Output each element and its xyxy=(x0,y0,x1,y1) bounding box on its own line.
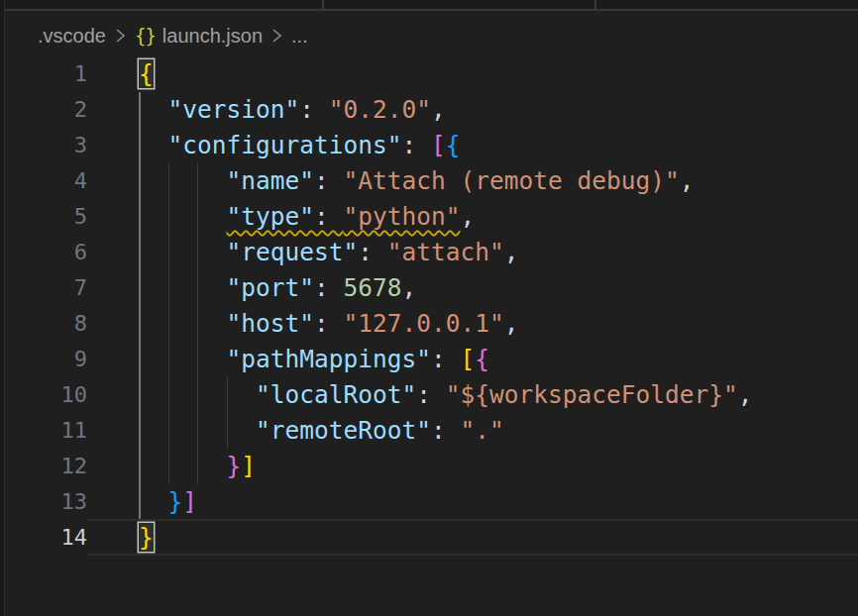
code-token: "pathMappings" xyxy=(227,345,432,373)
breadcrumb-more[interactable]: ... xyxy=(291,25,308,48)
code-token: "host" xyxy=(227,309,315,338)
json-file-icon: {} xyxy=(135,25,156,47)
warning-squiggle: "type": "python" xyxy=(227,202,461,231)
code-token xyxy=(139,416,256,445)
code-token: : xyxy=(299,95,329,124)
code-line[interactable]: "name": "Attach (remote debug)", xyxy=(139,163,695,199)
code-token xyxy=(139,380,256,409)
code-token: [ xyxy=(431,131,446,159)
code-token xyxy=(139,309,227,338)
tab-separator xyxy=(594,0,596,9)
line-number[interactable]: 13 xyxy=(0,484,87,520)
panel-divider xyxy=(4,0,5,616)
code-token: ] xyxy=(182,487,197,516)
code-line[interactable]: "host": "127.0.0.1", xyxy=(139,306,519,342)
code-token xyxy=(139,487,168,516)
breadcrumb: .vscode {} launch.json ... xyxy=(38,22,308,50)
matched-bracket: { xyxy=(139,59,154,88)
line-number[interactable]: 14 xyxy=(0,520,87,556)
code-token: : xyxy=(314,166,344,195)
breadcrumb-folder[interactable]: .vscode xyxy=(38,25,106,48)
line-number[interactable]: 4 xyxy=(0,163,87,199)
code-token: } xyxy=(227,452,242,480)
code-token: , xyxy=(461,202,476,231)
line-number[interactable]: 12 xyxy=(0,449,87,484)
current-line-border-top xyxy=(87,519,858,521)
code-token xyxy=(139,166,227,195)
code-token xyxy=(139,202,227,231)
line-number[interactable]: 3 xyxy=(0,128,87,163)
code-token: "0.2.0" xyxy=(329,95,431,124)
code-token: : xyxy=(416,380,446,409)
breadcrumb-file[interactable]: launch.json xyxy=(162,25,263,48)
code-token: "Attach (remote debug)" xyxy=(344,166,680,195)
code-token: : xyxy=(314,273,344,302)
code-token xyxy=(139,95,168,124)
tab-separator xyxy=(322,0,324,9)
code-line[interactable]: { xyxy=(139,56,154,92)
code-token: : xyxy=(431,416,461,445)
code-line[interactable]: "type": "python", xyxy=(139,199,475,235)
code-token: "configurations" xyxy=(168,131,402,159)
code-line[interactable]: "configurations": [{ xyxy=(139,128,461,163)
code-token: "type" xyxy=(227,202,315,231)
vscode-editor-window: .vscode {} launch.json ... 1234567891011… xyxy=(0,0,858,616)
code-token: "attach" xyxy=(387,238,504,266)
code-line[interactable]: "request": "attach", xyxy=(139,235,519,270)
code-token: : xyxy=(314,309,344,338)
code-token: "remoteRoot" xyxy=(256,416,431,445)
code-token: , xyxy=(738,380,753,409)
code-token: : xyxy=(358,238,387,266)
tab-bar xyxy=(0,0,858,9)
code-token: : xyxy=(431,345,461,373)
line-number[interactable]: 6 xyxy=(0,235,87,270)
code-token xyxy=(139,452,227,480)
code-token: "name" xyxy=(227,166,315,195)
code-token: ] xyxy=(241,452,256,480)
line-number[interactable]: 11 xyxy=(0,413,87,449)
code-token: "version" xyxy=(168,95,300,124)
code-line[interactable]: }] xyxy=(139,484,197,520)
code-token: , xyxy=(680,166,695,195)
matched-bracket: } xyxy=(139,523,154,552)
line-number[interactable]: 8 xyxy=(0,306,87,342)
code-token: , xyxy=(504,238,519,266)
code-line[interactable]: "port": 5678, xyxy=(139,270,416,306)
code-token: "${workspaceFolder}" xyxy=(446,380,738,409)
code-token xyxy=(139,238,227,266)
code-token: } xyxy=(168,487,183,516)
code-token: : xyxy=(402,131,432,159)
code-line[interactable]: "localRoot": "${workspaceFolder}", xyxy=(139,377,753,413)
line-number[interactable]: 10 xyxy=(0,377,87,413)
code-line[interactable]: } xyxy=(139,520,154,556)
code-token: "port" xyxy=(227,273,315,302)
chevron-right-icon xyxy=(271,27,282,45)
code-token: 5678 xyxy=(344,273,402,302)
code-line[interactable]: }] xyxy=(139,449,256,484)
code-token: "127.0.0.1" xyxy=(344,309,504,338)
code-token: { xyxy=(446,131,461,159)
code-line[interactable]: "remoteRoot": "." xyxy=(139,413,504,449)
code-token: , xyxy=(504,309,519,338)
line-number[interactable]: 1 xyxy=(0,56,87,92)
chevron-right-icon xyxy=(115,27,126,45)
tab-bar-border xyxy=(0,9,858,11)
line-number[interactable]: 9 xyxy=(0,342,87,377)
code-token xyxy=(139,345,227,373)
code-token: "request" xyxy=(227,238,359,266)
code-token xyxy=(139,131,168,159)
line-number[interactable]: 2 xyxy=(0,92,87,128)
code-token: : xyxy=(314,202,344,231)
line-number[interactable]: 7 xyxy=(0,270,87,306)
current-line-border-bottom xyxy=(87,554,858,556)
code-line[interactable]: "version": "0.2.0", xyxy=(139,92,446,128)
code-line[interactable]: "pathMappings": [{ xyxy=(139,342,489,377)
code-token: { xyxy=(475,345,489,373)
code-token: "." xyxy=(461,416,504,445)
code-token: [ xyxy=(461,345,476,373)
code-token: "python" xyxy=(344,202,461,231)
code-token: , xyxy=(402,273,417,302)
line-number[interactable]: 5 xyxy=(0,199,87,235)
code-token: "localRoot" xyxy=(256,380,416,409)
code-token: , xyxy=(431,95,446,124)
